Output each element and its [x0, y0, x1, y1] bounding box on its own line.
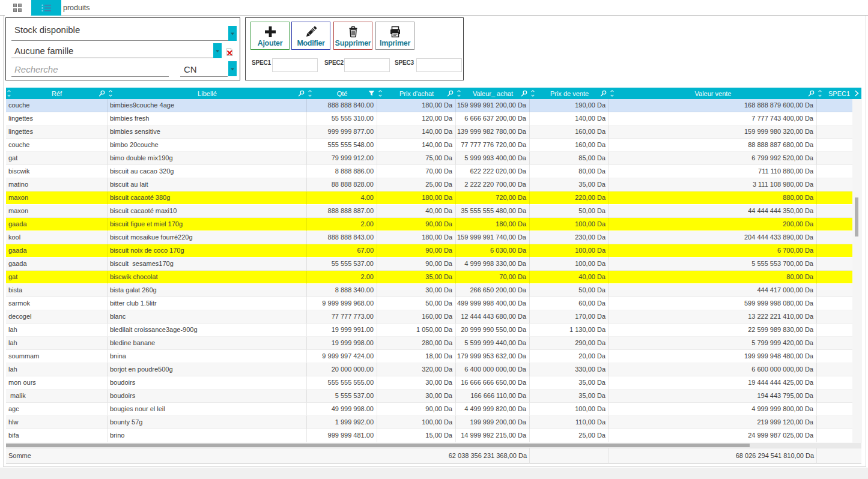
- cell-libelle[interactable]: bledilait croissance3age-900g: [108, 324, 307, 337]
- cell-qte[interactable]: 77 777 773.00: [307, 310, 377, 324]
- cell-libelle[interactable]: bnina: [108, 350, 307, 363]
- cell-valeur_achat[interactable]: 159 999 991 740,00 Da: [456, 231, 530, 244]
- cell-qte[interactable]: 20 000 000.00: [307, 363, 377, 376]
- cell-libelle[interactable]: biscwik chocolat: [108, 271, 307, 284]
- cell-ref[interactable]: maxon: [6, 205, 108, 218]
- cell-valeur_achat[interactable]: 622 222 020,00 Da: [456, 165, 530, 178]
- cell-prix_vente[interactable]: 35,00 Da: [530, 376, 609, 390]
- cell-spec1[interactable]: [817, 218, 852, 231]
- table-row[interactable]: gaadabiscuit noix de coco 170g67.0090,00…: [6, 244, 852, 258]
- cell-prix_achat[interactable]: 30,00 Da: [377, 376, 456, 390]
- cell-qte[interactable]: 4.00: [307, 191, 377, 205]
- cell-spec1[interactable]: [817, 165, 852, 178]
- cell-prix_achat[interactable]: 160,00 Da: [377, 310, 456, 324]
- table-row[interactable]: decogelblanc77 777 773.00160,00 Da12 444…: [6, 310, 852, 324]
- cell-valeur_achat[interactable]: 5 599 999 440,00 Da: [456, 337, 530, 350]
- cell-ref[interactable]: gat: [6, 271, 108, 284]
- cell-libelle[interactable]: borjot en poudre500g: [108, 363, 307, 376]
- sort-carets-icon[interactable]: [7, 89, 11, 97]
- table-row[interactable]: couchebimbies9couche 4age888 888 840.001…: [6, 99, 852, 112]
- cell-ref[interactable]: bifa: [6, 429, 108, 442]
- cell-valeur_achat[interactable]: 159 999 991 200,00 Da: [456, 99, 530, 112]
- cell-prix_vente[interactable]: 100,00 Da: [530, 403, 609, 416]
- table-row[interactable]: couchebimbo 20couche555 555 548.00140,00…: [6, 139, 852, 152]
- cell-prix_vente[interactable]: 110,00 Da: [530, 416, 609, 429]
- cell-qte[interactable]: 67.00: [307, 244, 377, 258]
- spec3-input[interactable]: [416, 58, 462, 72]
- table-row[interactable]: agcbougies nour el leil49 999 998.0090,0…: [6, 403, 852, 416]
- cell-prix_achat[interactable]: 180,00 Da: [377, 231, 456, 244]
- cell-qte[interactable]: 1 999 992.00: [307, 416, 377, 429]
- search-mode-value[interactable]: CN: [184, 64, 197, 74]
- cell-prix_vente[interactable]: 25,00 Da: [530, 429, 609, 442]
- cell-prix_achat[interactable]: 120,00 Da: [377, 112, 456, 125]
- cell-valeur_achat[interactable]: 12 444 443 680,00 Da: [456, 310, 530, 324]
- cell-spec1[interactable]: [817, 416, 852, 429]
- table-row[interactable]: lingettesbimbies fresh55 555 310.00120,0…: [6, 112, 852, 125]
- cell-valeur_vente[interactable]: 6 600 000 000,00 Da: [609, 363, 817, 376]
- cell-valeur_vente[interactable]: 219 999 120,00 Da: [609, 416, 817, 429]
- cell-libelle[interactable]: bista galat 260g: [108, 284, 307, 297]
- cell-spec1[interactable]: [817, 152, 852, 165]
- cell-libelle[interactable]: bimbies9couche 4age: [108, 99, 307, 112]
- cell-valeur_vente[interactable]: 3 111 108 980,00 Da: [609, 178, 817, 191]
- spec2-input[interactable]: [344, 58, 390, 72]
- column-header-valeur-achat[interactable]: Valeur_ achat: [456, 88, 530, 99]
- cell-valeur_achat[interactable]: 6 666 637 200,00 Da: [456, 112, 530, 125]
- cell-spec1[interactable]: [817, 376, 852, 390]
- edit-button[interactable]: Modifier: [291, 22, 330, 50]
- cell-qte[interactable]: 555 555 548.00: [307, 139, 377, 152]
- cell-qte[interactable]: 19 999 998.00: [307, 337, 377, 350]
- cell-valeur_achat[interactable]: 70,00 Da: [456, 271, 530, 284]
- cell-valeur_achat[interactable]: 14 999 992 215,00 Da: [456, 429, 530, 442]
- cell-valeur_vente[interactable]: 5 799 999 420,00 Da: [609, 337, 817, 350]
- cell-qte[interactable]: 49 999 998.00: [307, 403, 377, 416]
- cell-prix_achat[interactable]: 30,00 Da: [377, 284, 456, 297]
- table-row[interactable]: gatbiscwik chocolat2.0035,00 Da70,00 Da4…: [6, 271, 852, 284]
- cell-valeur_achat[interactable]: 4 999 998 330,00 Da: [456, 258, 530, 271]
- cell-prix_achat[interactable]: 75,00 Da: [377, 152, 456, 165]
- cell-ref[interactable]: couche: [6, 139, 108, 152]
- cell-valeur_achat[interactable]: 179 999 953 632,00 Da: [456, 350, 530, 363]
- cell-prix_achat[interactable]: 90,00 Da: [377, 244, 456, 258]
- cell-valeur_achat[interactable]: 77 777 776 720,00 Da: [456, 139, 530, 152]
- cell-qte[interactable]: 79 999 912.00: [307, 152, 377, 165]
- cell-spec1[interactable]: [817, 324, 852, 337]
- cell-ref[interactable]: lah: [6, 337, 108, 350]
- cell-prix_achat[interactable]: 70,00 Da: [377, 165, 456, 178]
- table-row[interactable]: lingettesbimbies sensitive999 999 877.00…: [6, 125, 852, 139]
- cell-libelle[interactable]: bougies nour el leil: [108, 403, 307, 416]
- cell-spec1[interactable]: [817, 297, 852, 310]
- cell-spec1[interactable]: [817, 310, 852, 324]
- cell-prix_vente[interactable]: 50,00 Da: [530, 284, 609, 297]
- cell-prix_vente[interactable]: 190,00 Da: [530, 99, 609, 112]
- cell-ref[interactable]: malik: [6, 390, 108, 403]
- cell-qte[interactable]: 55 555 310.00: [307, 112, 377, 125]
- cell-ref[interactable]: decogel: [6, 310, 108, 324]
- search-icon[interactable]: [99, 90, 105, 97]
- cell-spec1[interactable]: [817, 139, 852, 152]
- cell-qte[interactable]: 999 999 481.00: [307, 429, 377, 442]
- cell-prix_achat[interactable]: 90,00 Da: [377, 403, 456, 416]
- cell-prix_achat[interactable]: 50,00 Da: [377, 297, 456, 310]
- column-header-r-f[interactable]: Réf: [6, 88, 108, 99]
- cell-spec1[interactable]: [817, 191, 852, 205]
- cell-valeur_achat[interactable]: 5 999 993 400,00 Da: [456, 152, 530, 165]
- cell-prix_achat[interactable]: 30,00 Da: [377, 390, 456, 403]
- table-row[interactable]: lahbledilait croissance3age-900g19 999 9…: [6, 324, 852, 337]
- cell-valeur_vente[interactable]: 22 599 989 830,00 Da: [609, 324, 817, 337]
- tab-produits[interactable]: [31, 0, 61, 16]
- cell-valeur_vente[interactable]: 200,00 Da: [609, 218, 817, 231]
- cell-valeur_vente[interactable]: 599 999 998 080,00 Da: [609, 297, 817, 310]
- cell-ref[interactable]: gat: [6, 152, 108, 165]
- cell-valeur_vente[interactable]: 24 999 987 025,00 Da: [609, 429, 817, 442]
- cell-libelle[interactable]: biscuit sesames170g: [108, 258, 307, 271]
- cell-prix_vente[interactable]: 85,00 Da: [530, 152, 609, 165]
- cell-prix_achat[interactable]: 1 050,00 Da: [377, 324, 456, 337]
- table-row[interactable]: koolbiscuit mosaikue fourré220g888 888 8…: [6, 231, 852, 244]
- column-header-prix-de-vente[interactable]: Prix de vente: [530, 88, 609, 99]
- cell-libelle[interactable]: bitter club 1.5litr: [108, 297, 307, 310]
- cell-libelle[interactable]: bimbies fresh: [108, 112, 307, 125]
- cell-ref[interactable]: couche: [6, 99, 108, 112]
- cell-qte[interactable]: 8 888 340.00: [307, 284, 377, 297]
